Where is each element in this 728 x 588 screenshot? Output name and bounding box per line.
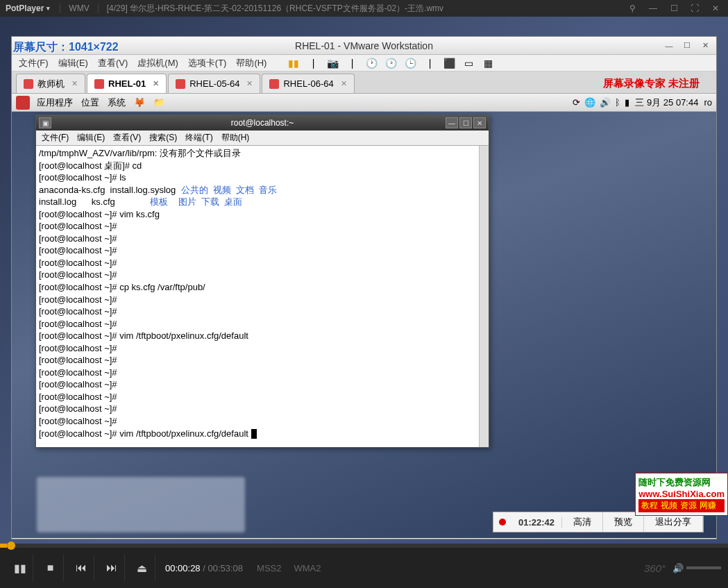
menu-help[interactable]: 帮助(H) <box>219 132 253 144</box>
close-icon[interactable]: ✕ <box>473 117 486 128</box>
fullscreen-icon[interactable]: ⬛ <box>441 56 457 70</box>
minimize-icon[interactable]: — <box>643 1 663 15</box>
tab-rhel01[interactable]: RHEL-01✕ <box>87 74 167 93</box>
tab-label: RHEL-01 <box>108 78 146 89</box>
volume-icon[interactable]: 🔊 <box>600 97 611 108</box>
volume-icon[interactable]: 🔊 <box>672 563 684 573</box>
unity-icon[interactable]: ▭ <box>461 56 476 70</box>
toolbar-sep: | <box>305 56 321 70</box>
snapshot-revert-icon[interactable]: 🕑 <box>383 56 398 70</box>
view-icon[interactable]: ▦ <box>480 56 496 70</box>
video-title: [4/29] 华尔思-HRS-RHCE-第二天-02-20151126（RHCE… <box>103 3 623 15</box>
menu-tabs[interactable]: 选项卡(T) <box>184 56 231 71</box>
360-mode[interactable]: 360° <box>644 562 666 574</box>
record-time: 01:22:42 <box>511 517 562 528</box>
menu-applications[interactable]: 应用程序 <box>33 96 77 109</box>
vmware-menubar: 文件(F) 编辑(E) 查看(V) 虚拟机(M) 选项卡(T) 帮助(H) ▮▮… <box>12 55 716 72</box>
watermark-line1: 随时下免费资源网 <box>638 476 725 489</box>
toolbar-sep: | <box>422 56 437 70</box>
snapshot-icon[interactable]: 📷 <box>325 56 340 70</box>
menu-edit[interactable]: 编辑(E) <box>54 56 92 71</box>
menu-search[interactable]: 搜索(S) <box>146 132 180 144</box>
maximize-icon[interactable]: ☐ <box>459 117 472 128</box>
vm-icon <box>176 79 185 89</box>
redhat-icon[interactable] <box>16 96 30 110</box>
duration: 00:53:08 <box>208 563 243 573</box>
terminal-window: ▣ root@localhost:~ — ☐ ✕ 文件(F) 编辑(E) 查看(… <box>35 115 489 448</box>
window-controls: ⚲ — ☐ ⛶ ✕ <box>623 1 728 15</box>
menu-file[interactable]: 文件(F) <box>15 56 53 71</box>
menu-terminal[interactable]: 终端(T) <box>183 132 215 144</box>
toolbar-sep: | <box>344 56 359 70</box>
snapshot-take-icon[interactable]: 🕐 <box>364 56 379 70</box>
nautilus-icon[interactable]: 📁 <box>149 97 169 108</box>
minimize-icon[interactable]: — <box>661 39 677 53</box>
snapshot-manage-icon[interactable]: 🕒 <box>403 56 418 70</box>
scrollbar[interactable] <box>479 146 489 447</box>
gnome-panel: 应用程序 位置 系统 🦊 📁 ⟳ 🌐 🔊 ᛒ ▮ 三 9月 25 07:44 r… <box>12 94 716 112</box>
time-display: 00:00:28 / 00:53:08 <box>160 563 248 573</box>
pause-button[interactable]: ▮▮ <box>7 555 33 581</box>
tab-label: RHEL-06-64 <box>283 78 333 89</box>
menu-view[interactable]: 查看(V) <box>94 56 132 71</box>
next-button[interactable]: ⏭ <box>99 555 125 581</box>
terminal-titlebar[interactable]: ▣ root@localhost:~ — ☐ ✕ <box>36 115 489 131</box>
progress-bar[interactable] <box>0 544 728 548</box>
battery-icon[interactable]: ▮ <box>625 97 629 108</box>
close-icon[interactable]: ✕ <box>697 39 713 53</box>
menu-help[interactable]: 帮助(H) <box>232 56 271 71</box>
vm-icon <box>269 79 279 89</box>
separator <box>60 3 60 13</box>
menu-places[interactable]: 位置 <box>77 96 103 109</box>
menu-file[interactable]: 文件(F) <box>39 132 71 144</box>
tab-teacher[interactable]: 教师机✕ <box>16 74 85 93</box>
pause-vm-icon[interactable]: ▮▮ <box>286 56 301 70</box>
menu-vm[interactable]: 虚拟机(M) <box>133 56 183 71</box>
vm-icon <box>94 79 104 89</box>
clock[interactable]: 三 9月 25 07:44 <box>629 96 704 109</box>
prev-button[interactable]: ⏮ <box>68 555 94 581</box>
video-format: WMV <box>65 3 93 13</box>
vm-icon <box>24 79 33 89</box>
menu-system[interactable]: 系统 <box>103 96 130 109</box>
maximize-icon[interactable]: ☐ <box>664 1 684 15</box>
maximize-icon[interactable]: ☐ <box>679 39 695 53</box>
minimize-icon[interactable]: — <box>446 117 458 128</box>
tab-rhel06[interactable]: RHEL-06-64✕ <box>262 74 354 93</box>
window-menu-icon[interactable]: ▣ <box>39 117 51 128</box>
watermark-line2: www.SuiShiXia.com <box>638 489 725 499</box>
video-area: 屏幕尺寸：1041×722 RHEL-01 - VMware Workstati… <box>0 17 728 544</box>
close-icon[interactable]: ✕ <box>706 1 725 15</box>
terminal-title: root@localhost:~ <box>231 118 294 128</box>
video-codec: MSS2 <box>253 563 285 573</box>
close-icon[interactable]: ✕ <box>246 79 253 88</box>
quality-button[interactable]: 高清 <box>562 512 603 532</box>
recorder-watermark: 屏幕录像专家 未注册 <box>603 77 700 90</box>
volume-slider[interactable] <box>686 566 721 569</box>
bluetooth-icon[interactable]: ᛒ <box>615 97 620 108</box>
terminal-menubar: 文件(F) 编辑(E) 查看(V) 搜索(S) 终端(T) 帮助(H) <box>36 131 489 146</box>
potplayer-logo[interactable]: PotPlayer <box>0 3 56 13</box>
site-watermark: 随时下免费资源网 www.SuiShiXia.com 教程视频资源网赚 <box>635 473 728 516</box>
tab-rhel05[interactable]: RHEL-05-64✕ <box>168 74 260 93</box>
vmware-window: RHEL-01 - VMware Workstation — ☐ ✕ 屏幕录像专… <box>11 36 717 539</box>
audio-codec: WMA2 <box>289 563 325 573</box>
volume-control[interactable]: 🔊 <box>672 563 721 573</box>
close-icon[interactable]: ✕ <box>341 79 347 88</box>
pin-icon[interactable]: ⚲ <box>623 1 642 15</box>
close-icon[interactable]: ✕ <box>153 79 159 88</box>
fullscreen-icon[interactable]: ⛶ <box>685 1 704 15</box>
eject-button[interactable]: ⏏ <box>129 555 155 581</box>
vmware-title: RHEL-01 - VMware Workstation <box>295 40 433 51</box>
update-icon[interactable]: ⟳ <box>573 97 580 108</box>
close-icon[interactable]: ✕ <box>71 79 78 88</box>
firefox-icon[interactable]: 🦊 <box>130 97 149 108</box>
network-icon[interactable]: 🌐 <box>584 97 595 108</box>
menu-view[interactable]: 查看(V) <box>110 132 144 144</box>
potplayer-titlebar: PotPlayer WMV [4/29] 华尔思-HRS-RHCE-第二天-02… <box>0 0 728 17</box>
menu-edit[interactable]: 编辑(E) <box>74 132 108 144</box>
gnome-desktop: 应用程序 位置 系统 🦊 📁 ⟳ 🌐 🔊 ᛒ ▮ 三 9月 25 07:44 r… <box>12 94 716 538</box>
terminal-body[interactable]: /tmp/tmphW_AZV/var/lib/rpm: 没有那个文件或目录[ro… <box>36 146 489 447</box>
user-menu[interactable]: ro <box>704 97 712 108</box>
stop-button[interactable]: ■ <box>37 555 64 581</box>
